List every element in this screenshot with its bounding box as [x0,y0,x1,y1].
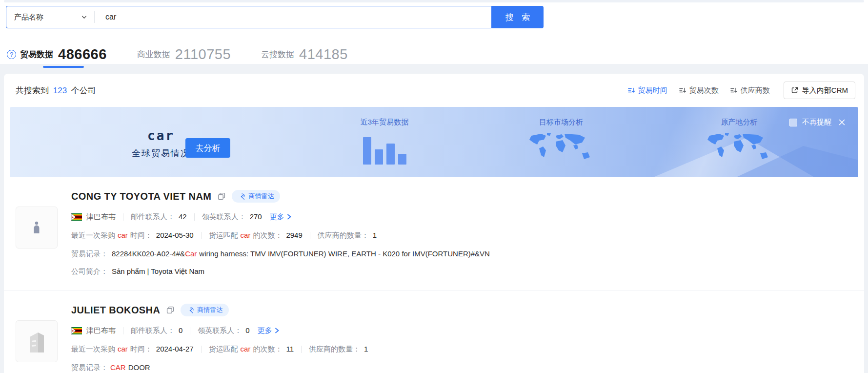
company-country: 津巴布韦 [86,211,116,222]
divider [190,327,190,334]
dismiss-group: 不再提醒 [789,118,846,127]
analysis-promo-banner: car 全球贸易情况 去分析 近3年贸易数据 目标市场分析 原产地分析 [10,107,858,177]
feature-market-title: 目标市场分析 [512,118,610,127]
sort-icon [628,87,635,94]
email-contacts-value: 42 [179,211,187,222]
world-map-icon [525,131,598,171]
radar-badge[interactable]: 商情雷达 [232,190,280,203]
company-intro-text: Sản phẩm | Toyota Việt Nam [112,266,204,277]
dismiss-label[interactable]: 不再提醒 [802,118,831,127]
divider [301,346,302,353]
radar-badge[interactable]: 商情雷达 [181,304,229,316]
sort-label: 供应商数 [741,86,770,95]
sort-label: 贸易时间 [638,86,667,95]
purchase-label-post: 时间： [130,230,152,241]
search-button[interactable]: 搜 索 [492,6,544,28]
results-count-prefix: 共搜索到 [16,86,49,95]
tab-cloud-search-data[interactable]: 云搜数据 414185 [261,46,348,62]
sort-trade-count[interactable]: 贸易次数 [679,86,719,95]
radar-icon [238,193,245,200]
company-info-row: 津巴布韦 邮件联系人： 42 领英联系人： 270 更多 [71,211,852,222]
purchase-label-post: 时间： [130,344,152,354]
company-name[interactable]: CONG TY TOYOTA VIET NAM [71,191,211,202]
zimbabwe-flag-icon [71,327,82,334]
divider [123,327,123,334]
company-name-row: CONG TY TOYOTA VIET NAM 商情雷达 [71,190,852,203]
linkedin-contacts-value: 270 [250,211,262,222]
copy-icon[interactable] [218,192,225,200]
keyword-highlight: car [241,344,251,354]
email-contacts-label: 邮件联系人： [131,211,175,222]
company-thumbnail[interactable] [16,207,58,249]
active-tab-underline [43,66,84,68]
trade-record-label: 贸易记录： [71,362,108,373]
tab-business-data[interactable]: 商业数据 2110755 [137,46,231,62]
sort-label: 贸易次数 [689,86,719,95]
purchase-label-pre: 最近一次采购 [71,230,115,241]
help-icon[interactable]: ? [7,50,16,59]
results-count: 共搜索到 123 个公司 [16,85,96,96]
divider [123,213,123,221]
tab-label: 贸易数据 [20,49,53,60]
more-link[interactable]: 更多 [258,325,280,336]
data-tabs: ? 贸易数据 486666 商业数据 2110755 云搜数据 414185 [7,43,348,65]
email-contacts-label: 邮件联系人： [131,325,175,336]
trade-record-label: 贸易记录： [71,249,108,259]
close-icon[interactable] [838,119,846,126]
sort-icon [679,87,686,94]
search-category-select[interactable]: 产品名称 [6,6,94,28]
search-box: 产品名称 [6,6,492,28]
radar-badge-label: 商情雷达 [248,192,274,201]
keyword-highlight: car [241,230,251,241]
import-crm-button[interactable]: 导入内部CRM [784,82,855,99]
supplier-label: 供应商的数量： [309,344,360,354]
company-body: CONG TY TOYOTA VIET NAM 商情雷达 津巴布韦 邮件联系人：… [71,190,852,277]
freight-label-post: 的次数： [253,344,282,354]
search-input[interactable] [95,6,491,28]
more-link[interactable]: 更多 [270,211,292,222]
freight-label-pre: 货运匹配 [209,230,238,241]
divider [194,213,195,221]
more-label: 更多 [258,325,272,336]
keyword-highlight: car [118,344,128,354]
results-panel: 共搜索到 123 个公司 贸易时间 贸易次数 供应商数 [4,74,864,373]
chevron-right-icon [286,214,292,220]
world-map-icon-2 [703,131,776,171]
linkedin-contacts-value: 0 [245,325,249,336]
feature-trade-title: 近3年贸易数据 [336,118,433,127]
company-body: JULIET BOKOSHA 商情雷达 津巴布韦 邮件联系人： 0 [71,304,852,373]
trade-record-keyword: CAR [110,362,126,373]
chevron-right-icon [274,328,280,333]
copy-icon[interactable] [166,306,174,314]
person-icon [33,221,40,234]
sort-supplier-count[interactable]: 供应商数 [730,86,770,95]
feature-origin-title: 原产地分析 [690,118,788,127]
company-card: JULIET BOKOSHA 商情雷达 津巴布韦 邮件联系人： 0 [4,290,864,373]
zimbabwe-flag-icon [71,213,82,221]
building-icon [26,329,47,353]
results-count-number: 123 [53,86,67,95]
company-name[interactable]: JULIET BOKOSHA [71,305,160,316]
company-record-row: 贸易记录： CAR DOOR [71,362,852,373]
company-thumbnail[interactable] [16,320,58,362]
purchase-date: 2024-04-27 [156,344,194,354]
tab-label: 云搜数据 [261,49,294,60]
tab-trade-data[interactable]: ? 贸易数据 486666 [7,46,107,62]
divider [310,232,310,239]
analyze-button[interactable]: 去分析 [185,138,230,158]
trade-record-pre: 82284KK020-A02-4#& [112,249,185,259]
linkedin-contacts-label: 领英联系人： [202,211,246,222]
company-country: 津巴布韦 [86,325,116,336]
chevron-down-icon [81,14,87,21]
radar-icon [187,307,194,314]
dismiss-checkbox[interactable] [789,119,797,126]
company-name-row: JULIET BOKOSHA 商情雷达 [71,304,852,316]
trade-record-keyword: Car [185,249,197,259]
top-scroll-strip [4,0,864,2]
bar-chart-icon [363,136,408,165]
company-card: CONG TY TOYOTA VIET NAM 商情雷达 津巴布韦 邮件联系人：… [4,177,864,277]
supplier-label: 供应商的数量： [318,230,369,241]
sort-trade-time[interactable]: 贸易时间 [628,86,667,95]
tab-count: 414185 [299,46,348,62]
supplier-count: 1 [373,230,377,241]
